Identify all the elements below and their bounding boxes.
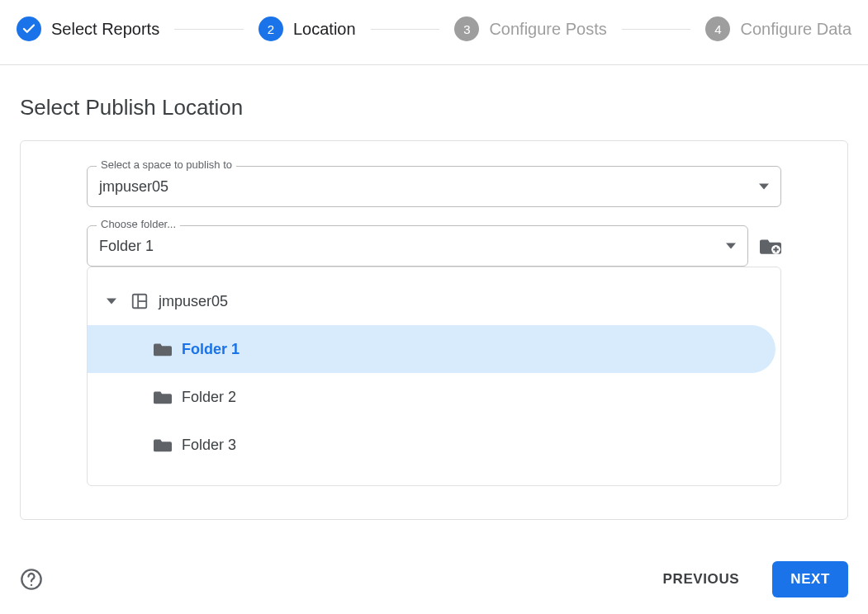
step-connector [174, 29, 244, 30]
chevron-down-icon[interactable] [102, 296, 121, 306]
folder-icon [154, 389, 172, 405]
folder-select-value: Folder 1 [99, 238, 726, 255]
chevron-down-icon [759, 182, 769, 191]
step-label: Configure Data [740, 20, 851, 39]
folder-icon [154, 437, 172, 453]
svg-point-7 [31, 584, 32, 586]
step-number: 4 [714, 22, 721, 36]
step-number: 2 [268, 22, 274, 36]
tree-root-row[interactable]: jmpuser05 [88, 277, 780, 325]
step-number-badge: 4 [705, 17, 730, 41]
new-folder-icon [760, 237, 781, 255]
step-number-badge: 2 [259, 17, 283, 41]
step-label: Location [293, 20, 356, 39]
step-label: Configure Posts [489, 20, 606, 39]
tree-item-folder-1[interactable]: Folder 1 [88, 325, 776, 373]
step-number: 3 [463, 22, 470, 36]
next-button[interactable]: NEXT [772, 561, 848, 597]
tree-item-folder-2[interactable]: Folder 2 [88, 373, 780, 421]
step-connector [622, 29, 691, 30]
wizard-stepper: Select Reports 2 Location 3 Configure Po… [0, 0, 868, 65]
step-label: Select Reports [51, 20, 159, 39]
previous-button[interactable]: PREVIOUS [645, 561, 758, 597]
chevron-down-icon [726, 241, 736, 251]
tree-item-label: Folder 1 [182, 341, 240, 358]
space-select-value: jmpuser05 [99, 178, 759, 196]
step-select-reports[interactable]: Select Reports [17, 17, 159, 41]
check-icon [17, 17, 41, 41]
help-button[interactable] [20, 568, 43, 591]
help-icon [20, 568, 43, 591]
new-folder-button[interactable] [760, 237, 781, 255]
step-connector [371, 29, 440, 30]
step-configure-data[interactable]: 4 Configure Data [705, 17, 851, 41]
tree-item-folder-3[interactable]: Folder 3 [88, 421, 780, 469]
publish-location-card: Select a space to publish to jmpuser05 C… [20, 140, 848, 520]
tree-root-label: jmpuser05 [159, 293, 228, 310]
folder-select-label: Choose folder... [97, 218, 180, 230]
step-number-badge: 3 [454, 17, 479, 41]
space-select[interactable]: Select a space to publish to jmpuser05 [87, 166, 781, 207]
folder-select[interactable]: Choose folder... Folder 1 [87, 225, 748, 267]
wizard-footer: PREVIOUS NEXT [0, 540, 868, 606]
space-icon [130, 292, 149, 310]
folder-tree: jmpuser05 Folder 1 Folder 2 Folder 3 [87, 267, 781, 486]
folder-icon [154, 341, 172, 357]
page-title: Select Publish Location [20, 95, 848, 120]
tree-item-label: Folder 3 [182, 437, 236, 454]
step-location[interactable]: 2 Location [259, 17, 356, 41]
step-configure-posts[interactable]: 3 Configure Posts [454, 17, 606, 41]
space-select-label: Select a space to publish to [97, 158, 236, 171]
tree-item-label: Folder 2 [182, 389, 236, 406]
main-content: Select Publish Location Select a space t… [0, 65, 868, 540]
